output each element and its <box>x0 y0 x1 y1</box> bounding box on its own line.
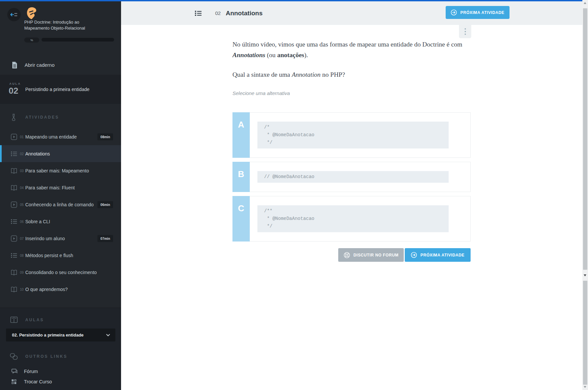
activity-header-bar: 02 Annotations PRÓXIMA ATIVIDADE <box>121 1 582 25</box>
alura-logo-icon <box>25 7 37 20</box>
sidebar-activity-03[interactable]: 03 Para saber mais: Mapeamento <box>0 162 121 179</box>
other-links-section-header: OUTROS LINKS <box>0 352 121 361</box>
chevron-down-icon <box>106 334 110 337</box>
chat-bubbles-icon <box>11 369 18 374</box>
sidebar-activity-07[interactable]: 07 Inserindo um aluno 07min <box>0 230 121 247</box>
sidebar-activity-01[interactable]: 01 Mapeando uma entidade 08min <box>0 128 121 145</box>
arrow-circle-right-icon <box>411 252 417 258</box>
lesson-select[interactable]: 02. Persistindo a primeira entidade <box>6 329 115 341</box>
grid-icon <box>11 379 17 384</box>
open-notebook-button[interactable]: Abrir caderno <box>0 58 121 72</box>
sidebar-activity-09[interactable]: 09 Consolidando o seu conhecimento <box>0 264 121 281</box>
sidebar-activity-02[interactable]: 02 Annotations <box>0 145 121 162</box>
list-icon <box>11 219 17 225</box>
scroll-down-arrow-icon[interactable] <box>584 386 586 388</box>
list-icon <box>11 252 17 258</box>
select-alternative-hint: Selecione uma alternativa <box>232 90 471 96</box>
question-paragraph-1: No último vídeo, vimos que uma das forma… <box>232 39 471 60</box>
lifebuoy-icon <box>344 252 350 258</box>
next-activity-button-bottom[interactable]: PRÓXIMA ATIVIDADE <box>405 248 471 262</box>
lesson-number: 02 <box>9 86 18 96</box>
collapse-sidebar-button[interactable] <box>7 8 21 21</box>
aulas-section-header: AULAS <box>0 315 121 325</box>
course-title: PHP Doctrine: Introdução ao Mapeamento O… <box>24 19 85 31</box>
activity-number: 02 <box>215 10 221 16</box>
course-progress-bar <box>42 38 114 42</box>
alternative-option-A[interactable]: A /* * @NomeDaAnotacao */ <box>232 112 471 158</box>
sidebar-activity-08[interactable]: 08 Métodos persist e flush <box>0 247 121 264</box>
duration-badge: 08min <box>97 133 113 140</box>
option-code-block: // @NomeDaAnotacao <box>257 171 449 183</box>
current-lesson-banner: AULA 02 Persistindo a primeira entidade <box>0 75 121 104</box>
vertical-scrollbar[interactable] <box>582 0 588 390</box>
link-icon <box>10 353 18 360</box>
top-accent-bar <box>0 0 582 1</box>
sidebar-activity-06[interactable]: 06 Sobre a CLI <box>0 213 121 230</box>
scroll-up-arrow-icon[interactable] <box>584 2 586 4</box>
activities-list: 01 Mapeando uma entidade 08min 02 Annota… <box>0 128 121 298</box>
book-open-icon <box>11 185 17 191</box>
scrollbar-thumb-lower[interactable] <box>583 281 587 385</box>
sidebar-lower-section: AULAS 02. Persistindo a primeira entidad… <box>0 308 121 390</box>
book-open-icon <box>11 286 17 292</box>
lesson-title: Persistindo a primeira entidade <box>25 75 89 104</box>
question-paragraph-2: Qual a sintaxe de uma Annotation no PHP? <box>232 69 471 80</box>
question-content: No último vídeo, vimos que uma das forma… <box>232 25 471 262</box>
list-icon <box>11 151 17 157</box>
alternative-option-C[interactable]: C /** * @NomeDaAnotacao */ <box>232 196 471 242</box>
open-notebook-label: Abrir caderno <box>25 62 55 68</box>
alternative-option-B[interactable]: B // @NomeDaAnotacao <box>232 162 471 192</box>
video-icon <box>11 201 17 208</box>
alternatives-list: A /* * @NomeDaAnotacao */ B // @NomeDaAn… <box>232 112 471 242</box>
video-icon <box>11 134 17 140</box>
activity-main-panel: 02 Annotations PRÓXIMA ATIVIDADE No últi… <box>121 1 582 390</box>
option-letter: C <box>232 196 250 242</box>
course-sidebar: PHP Doctrine: Introdução ao Mapeamento O… <box>0 0 121 390</box>
progress-percent-badge: % <box>24 38 39 43</box>
option-letter: B <box>232 162 250 192</box>
book-open-icon <box>11 168 17 174</box>
duration-badge: 07min <box>97 235 113 242</box>
collapse-arrow-icon <box>10 12 18 18</box>
option-code-block: /* * @NomeDaAnotacao */ <box>257 122 449 148</box>
document-icon <box>12 61 18 69</box>
activities-section-header: ATIVIDADES <box>0 113 121 122</box>
sidebar-activity-10[interactable]: 10 O que aprendemos? <box>0 281 121 298</box>
book-closed-icon <box>10 316 18 324</box>
sidebar-link-forum[interactable]: Fórum <box>0 366 121 376</box>
lesson-select-value: 02. Persistindo a primeira entidade <box>12 333 83 338</box>
book-open-icon <box>11 269 17 275</box>
next-activity-button-top[interactable]: PRÓXIMA ATIVIDADE <box>446 6 510 19</box>
sidebar-activity-05[interactable]: 05 Conhecendo a linha de comando 06min <box>0 196 121 213</box>
discuss-forum-button[interactable]: DISCUTIR NO FORUM <box>338 248 404 262</box>
flask-icon <box>11 114 17 121</box>
video-icon <box>11 235 17 242</box>
duration-badge: 06min <box>97 201 113 208</box>
sidebar-link-trocar-curso[interactable]: Trocar Curso <box>0 377 121 387</box>
page-title: Annotations <box>226 10 263 17</box>
arrow-circle-right-icon <box>451 9 457 16</box>
lesson-label: AULA <box>9 82 21 85</box>
scroll-down-arrow-icon[interactable] <box>584 274 586 276</box>
list-icon <box>195 10 202 17</box>
option-code-block: /** * @NomeDaAnotacao */ <box>257 205 449 232</box>
option-letter: A <box>232 112 250 158</box>
scrollbar-thumb-upper[interactable] <box>583 8 587 270</box>
question-actions: DISCUTIR NO FORUM PRÓXIMA ATIVIDADE <box>232 248 471 262</box>
sidebar-activity-04[interactable]: 04 Para saber mais: Fluent <box>0 179 121 196</box>
